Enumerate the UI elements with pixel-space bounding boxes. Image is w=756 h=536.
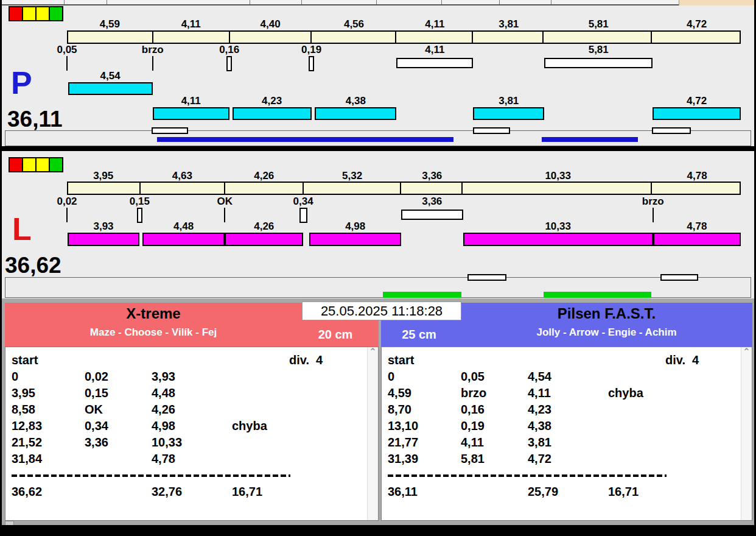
team-card-right: Pilsen F.A.S.T. Jolly - Arrow - Engie - … [381, 303, 752, 521]
sub-bar [544, 292, 651, 298]
split-cell: 0,19 [461, 418, 485, 434]
segment-cell [225, 183, 303, 194]
team-name: X-treme [5, 305, 302, 322]
lane-total-p: 36,11 [7, 107, 63, 132]
segment-label: 3,36 [405, 171, 460, 182]
marker-label: OK [197, 196, 252, 207]
split-bar [463, 233, 653, 246]
status-light [9, 157, 23, 172]
scroll-up-icon[interactable]: ^ [741, 347, 752, 356]
team-members: Maze - Choose - Vilík - Fej [5, 326, 302, 339]
sub-bar [383, 292, 461, 298]
scrollbar[interactable]: ^ [367, 347, 378, 520]
marker-label: 0,15 [112, 196, 167, 207]
split-row: 4,59brzo4,11chyba [382, 385, 741, 401]
marker-label: 0,34 [276, 196, 331, 207]
split-bar-label: 4,48 [156, 221, 211, 232]
segment-cell [401, 183, 463, 194]
split-row: 00,054,54 [382, 368, 741, 385]
split-bar [225, 233, 303, 246]
scroll-up-icon[interactable]: ^ [368, 347, 378, 356]
segment-cell [463, 183, 652, 194]
split-cell: 0 [388, 368, 394, 385]
split-cell: 13,10 [388, 418, 418, 434]
split-cell: 12,83 [12, 418, 42, 434]
marker-tick [653, 208, 654, 222]
split-list-left[interactable]: startdiv. 400,023,933,950,154,488,58OK4,… [5, 347, 379, 521]
split-cell: 4,48 [152, 385, 175, 401]
split-cell: 0,16 [461, 401, 485, 418]
split-row: 13,100,194,38 [382, 418, 741, 434]
split-row: 31,395,814,72 [382, 451, 741, 467]
split-cell: 4,54 [528, 368, 551, 385]
split-row: 12,830,344,98chyba [5, 418, 368, 434]
split-cell: 31,84 [12, 451, 42, 467]
split-cell: 8,58 [12, 401, 35, 418]
split-cell: 4,98 [152, 418, 175, 434]
dashed-divider [382, 467, 741, 484]
split-cell: chyba [232, 418, 267, 434]
split-table: startdiv. 400,054,544,59brzo4,11chyba8,7… [382, 352, 741, 500]
split-cell: 10,33 [152, 434, 182, 451]
footer-bar [0, 525, 756, 536]
split-row: 3,950,154,48 [5, 385, 368, 401]
split-row: 8,58OK4,26 [5, 401, 368, 418]
split-cell: 4,78 [152, 451, 175, 467]
marker-tick [66, 208, 68, 222]
segment-bar [67, 182, 741, 195]
split-bar [309, 233, 401, 246]
division-label: div. 4 [289, 352, 323, 368]
split-cell: 5,81 [461, 451, 485, 467]
split-bar-label: 3,93 [76, 221, 131, 232]
segment-cell [652, 183, 740, 194]
segment-cell [304, 183, 401, 194]
split-row: 21,523,3610,33 [5, 434, 368, 451]
split-bar [68, 233, 140, 246]
segment-label: 4,63 [155, 171, 209, 182]
clock-display: 25.05.2025 11:18:28 [302, 302, 461, 320]
split-list-right[interactable]: startdiv. 400,054,544,59brzo4,11chyba8,7… [381, 347, 752, 521]
timing-app-window: 4,594,114,404,564,113,815,814,720,05brzo… [0, 0, 756, 536]
marker-box-small [137, 208, 142, 223]
sub-box [660, 274, 698, 281]
split-cell: brzo [461, 385, 486, 401]
split-bar-label: 4,26 [237, 221, 292, 232]
marker-label: 0,02 [40, 196, 94, 207]
split-row: 00,023,93 [5, 368, 368, 385]
marker-box-small [299, 208, 307, 223]
split-row: 8,700,164,23 [382, 401, 741, 418]
marker-box-wide [401, 210, 463, 220]
split-cell: 31,39 [388, 451, 418, 467]
split-row: 31,844,78 [5, 451, 368, 467]
distance-label: 20 cm [296, 327, 375, 342]
split-bar-label: 4,78 [670, 221, 724, 232]
table-header-row: startdiv. 4 [5, 352, 368, 368]
split-cell: 4,11 [528, 385, 551, 401]
split-cell: 21,52 [12, 434, 42, 451]
total-cell: 32,76 [152, 484, 182, 500]
sub-box [467, 274, 506, 281]
dashed-divider [5, 467, 368, 484]
team-card-left: X-treme Maze - Choose - Vilík - Fej 20 c… [5, 303, 379, 521]
split-cell: 4,38 [528, 418, 551, 434]
totals-row: 36,1125,7916,71 [382, 484, 741, 500]
status-light [22, 157, 37, 172]
split-cell: 8,70 [388, 401, 411, 418]
lane-total-l: 36,62 [5, 253, 61, 278]
table-header-row: startdiv. 4 [382, 352, 741, 368]
marker-label: 3,36 [405, 196, 460, 207]
totals-row: 36,6232,7616,71 [5, 484, 368, 500]
scrollbar[interactable]: ^ [741, 347, 752, 520]
total-cell: 16,71 [232, 484, 262, 500]
split-cell: 4,23 [528, 401, 551, 418]
split-cell: chyba [608, 385, 643, 401]
lane-letter-p: P [11, 65, 32, 101]
split-cell: 3,93 [152, 368, 175, 385]
split-cell: 4,59 [388, 385, 411, 401]
split-cell: 0 [12, 368, 18, 385]
total-cell: 25,79 [528, 484, 558, 500]
split-cell: 4,11 [461, 434, 484, 451]
split-cell: 0,05 [461, 368, 485, 385]
split-bar-label: 4,98 [328, 221, 383, 232]
split-cell: 4,26 [152, 401, 175, 418]
